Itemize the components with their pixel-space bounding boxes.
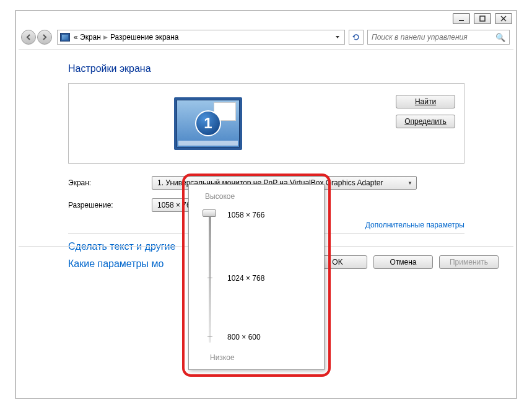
monitor-number-badge: 1 — [195, 110, 221, 136]
slider-low-label: Низкое — [210, 353, 235, 362]
resolution-option[interactable]: 800 × 600 — [227, 333, 261, 341]
breadcrumb-page[interactable]: Разрешение экрана — [110, 33, 179, 42]
monitor-taskbar-icon — [178, 141, 238, 146]
search-icon: 🔍 — [495, 33, 505, 42]
slider-tick — [207, 278, 212, 278]
resolution-option[interactable]: 1058 × 766 — [227, 211, 264, 219]
refresh-button[interactable] — [349, 30, 364, 45]
cancel-button[interactable]: Отмена — [373, 255, 433, 269]
monitor-thumbnail[interactable]: 1 — [174, 97, 242, 150]
control-panel-icon — [60, 33, 70, 42]
minimize-button[interactable] — [453, 13, 470, 24]
window-controls — [453, 13, 512, 24]
back-button[interactable] — [21, 30, 36, 45]
search-input[interactable] — [372, 33, 495, 42]
navigation-bar: « Экран ▶ Разрешение экрана 🔍 — [19, 28, 513, 46]
breadcrumb-root[interactable]: Экран — [80, 33, 101, 42]
address-dropdown-icon[interactable] — [332, 32, 343, 43]
slider-high-label: Высокое — [205, 192, 313, 201]
close-button[interactable] — [495, 13, 512, 24]
address-bar[interactable]: « Экран ▶ Разрешение экрана — [57, 30, 345, 45]
slider-thumb[interactable] — [203, 209, 216, 217]
forward-button[interactable] — [37, 30, 52, 45]
detect-button[interactable]: Определить — [396, 115, 455, 128]
resolution-slider-popup: Высокое 1058 × 766 1024 × 768 800 × 600 … — [188, 184, 325, 370]
breadcrumb-separator-icon: ▶ — [103, 34, 108, 40]
screen-label: Экран: — [68, 178, 152, 187]
apply-button[interactable]: Применить — [439, 255, 499, 269]
window-frame: « Экран ▶ Разрешение экрана 🔍 Настройки … — [15, 10, 517, 399]
breadcrumb-chevrons: « — [74, 33, 78, 42]
find-button[interactable]: Найти — [396, 95, 455, 108]
display-preview-panel: 1 Найти Определить — [68, 83, 464, 164]
svg-rect-0 — [459, 20, 464, 21]
slider-track[interactable] — [209, 209, 211, 343]
resolution-option[interactable]: 1024 × 768 — [227, 274, 264, 283]
search-box[interactable]: 🔍 — [367, 30, 510, 45]
slider-tick — [207, 336, 212, 337]
page-title: Настройки экрана — [68, 63, 513, 74]
maximize-button[interactable] — [474, 13, 491, 24]
advanced-settings-link[interactable]: Дополнительные параметры — [365, 221, 464, 229]
resolution-label: Разрешение: — [68, 201, 152, 209]
svg-rect-1 — [480, 16, 485, 21]
